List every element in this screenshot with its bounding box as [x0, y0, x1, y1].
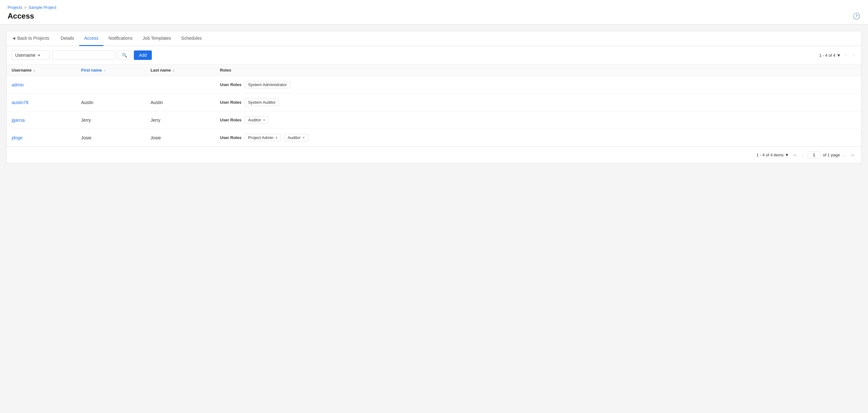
role-chip-label: Project Admin [248, 135, 273, 140]
page-title: Access [7, 12, 34, 21]
roles-label: User Roles [220, 117, 242, 122]
role-chip-label: Auditor [287, 135, 301, 140]
toolbar: Username ▼ 🔍 Add 1 - 4 of 4 ▼ ‹ › [7, 46, 861, 65]
col-lastname-sort-icon[interactable]: ↕ [173, 68, 175, 72]
col-header-roles: Roles [220, 68, 856, 72]
tab-notifications[interactable]: Notifications [103, 31, 137, 46]
role-chip: Project Admin× [245, 134, 281, 141]
breadcrumb-separator: > [24, 5, 27, 10]
col-header-firstname: First name ↑ [81, 68, 151, 72]
role-chip-label: System Administrator [248, 82, 287, 87]
cell-lastname: Jerry [151, 117, 220, 123]
col-username-label: Username [12, 68, 32, 72]
cell-username: jdoge [12, 135, 81, 140]
next-page-footer-button[interactable]: › [842, 152, 846, 158]
cell-firstname: Jerry [81, 117, 151, 123]
role-chip: System Auditor [245, 99, 279, 106]
tabs-bar: ◄ Back to Projects Details Access Notifi… [7, 31, 861, 46]
filter-label: Username [15, 53, 36, 58]
items-dropdown-icon: ▼ [785, 152, 789, 157]
tab-access[interactable]: Access [79, 31, 103, 46]
filter-dropdown[interactable]: Username ▼ [12, 50, 50, 60]
cell-username: jgarcia [12, 117, 81, 123]
page-suffix: of 1 page [823, 152, 840, 157]
search-input[interactable] [52, 50, 115, 60]
role-chip-label: System Auditor [248, 100, 276, 105]
user-link[interactable]: jdoge [12, 135, 23, 140]
col-username-sort-icon[interactable]: ↕ [33, 68, 35, 72]
roles-label: User Roles [220, 100, 242, 105]
breadcrumb-projects[interactable]: Projects [7, 5, 23, 10]
table-row: adminUser RolesSystem Administrator [7, 76, 861, 94]
last-page-button[interactable]: ≫ [849, 152, 856, 158]
pagination-summary: 1 - 4 of 4 ▼ ‹ › [819, 52, 856, 58]
role-chip-remove-button[interactable]: × [302, 136, 305, 140]
top-bar: Projects > Sample Project Access 🕑 [0, 0, 868, 25]
user-link[interactable]: admin [12, 82, 24, 87]
cell-username: admin [12, 82, 81, 87]
cell-lastname: Josie [151, 135, 220, 140]
col-header-username: Username ↕ [12, 68, 81, 72]
cell-roles: User RolesAuditor× [220, 116, 856, 124]
cell-lastname: Austin [151, 100, 220, 105]
search-button[interactable]: 🔍 [118, 50, 131, 60]
table-header: Username ↕ First name ↑ Last name ↕ Role… [7, 65, 861, 76]
cell-username: austin78 [12, 100, 81, 105]
cell-firstname: Josie [81, 135, 151, 140]
pagination-dropdown-icon: ▼ [837, 53, 841, 58]
role-chip-remove-button[interactable]: × [275, 136, 277, 140]
user-link[interactable]: austin78 [12, 100, 28, 105]
search-icon: 🔍 [122, 53, 127, 58]
col-header-lastname: Last name ↕ [151, 68, 220, 72]
col-firstname-label: First name [81, 68, 102, 72]
role-chip: Auditor× [245, 116, 269, 124]
first-page-button[interactable]: ≪ [791, 152, 799, 158]
cell-roles: User RolesSystem Auditor [220, 99, 856, 106]
tab-details[interactable]: Details [56, 31, 79, 46]
page-count-dropdown[interactable]: 1 - 4 of 4 ▼ [819, 53, 841, 58]
page-number-input[interactable] [808, 151, 820, 159]
prev-page-button[interactable]: ‹ [843, 52, 849, 58]
cell-roles: User RolesProject Admin×Auditor× [220, 134, 856, 141]
role-chip-label: Auditor [248, 117, 261, 122]
table-row: jgarciaJerryJerryUser RolesAuditor× [7, 111, 861, 129]
col-lastname-label: Last name [151, 68, 171, 72]
table-footer: 1 - 4 of 4 items ▼ ≪ ‹ of 1 page › ≫ [7, 147, 861, 163]
next-page-button[interactable]: › [851, 52, 856, 58]
cell-firstname: Austin [81, 100, 151, 105]
role-chip: System Administrator [245, 81, 290, 88]
tab-back-to-projects[interactable]: ◄ Back to Projects [12, 31, 54, 46]
table-row: austin78AustinAustinUser RolesSystem Aud… [7, 94, 861, 111]
roles-label: User Roles [220, 135, 242, 140]
roles-label: User Roles [220, 82, 242, 87]
table-body: adminUser RolesSystem Administratorausti… [7, 76, 861, 147]
pagination-label: 1 - 4 of 4 [819, 53, 835, 58]
tab-job-templates[interactable]: Job Templates [137, 31, 176, 46]
items-per-page-dropdown[interactable]: 1 - 4 of 4 items ▼ [756, 152, 789, 157]
cell-roles: User RolesSystem Administrator [220, 81, 856, 88]
breadcrumb-project[interactable]: Sample Project [28, 5, 56, 10]
filter-dropdown-arrow-icon: ▼ [37, 54, 41, 57]
col-firstname-sort-icon[interactable]: ↑ [104, 68, 106, 72]
main-content: ◄ Back to Projects Details Access Notifi… [6, 31, 862, 163]
history-icon[interactable]: 🕑 [852, 12, 861, 20]
breadcrumb: Projects > Sample Project [7, 5, 861, 10]
items-summary: 1 - 4 of 4 items [756, 152, 784, 157]
tab-schedules[interactable]: Schedules [176, 31, 207, 46]
role-chip-remove-button[interactable]: × [263, 118, 265, 122]
col-roles-label: Roles [220, 68, 231, 72]
user-link[interactable]: jgarcia [12, 117, 25, 123]
table-row: jdogeJosieJosieUser RolesProject Admin×A… [7, 129, 861, 147]
add-button[interactable]: Add [134, 50, 152, 60]
role-chip: Auditor× [284, 134, 308, 141]
prev-page-footer-button[interactable]: ‹ [801, 152, 805, 158]
